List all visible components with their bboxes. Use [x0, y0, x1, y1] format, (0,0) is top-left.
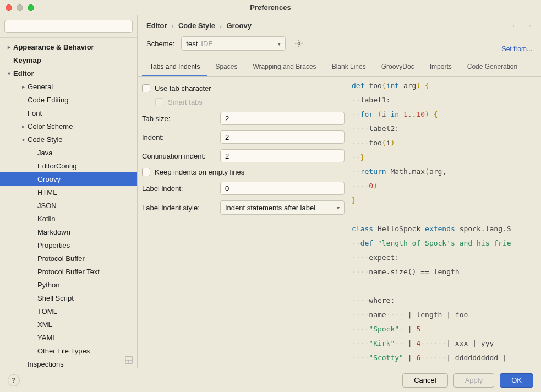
cancel-button[interactable]: Cancel: [402, 373, 447, 388]
window-title: Preferences: [0, 3, 541, 12]
sidebar-item-label: YAML: [37, 334, 56, 342]
sidebar-item[interactable]: ▸Appearance & Behavior: [0, 40, 137, 53]
tree-settings-icon[interactable]: [125, 356, 133, 366]
breadcrumb-item[interactable]: Code Style: [178, 21, 215, 30]
scheme-value: test: [186, 40, 198, 48]
sidebar-item-label: Java: [37, 149, 52, 157]
nav-back-icon[interactable]: ←: [511, 21, 518, 30]
continuation-indent-label: Continuation indent:: [142, 152, 215, 160]
help-button[interactable]: ?: [8, 374, 20, 386]
sidebar-item-label: General: [28, 83, 53, 91]
breadcrumb-item[interactable]: Editor: [146, 21, 167, 30]
sidebar-item[interactable]: EditorConfig: [0, 159, 137, 172]
keep-indents-label: Keep indents on empty lines: [155, 168, 244, 176]
sidebar-item[interactable]: Keymap: [0, 53, 137, 67]
sidebar-item-label: XML: [37, 320, 52, 329]
sidebar-item[interactable]: Code Editing: [0, 93, 137, 106]
breadcrumb: Editor › Code Style › Groovy ← →: [138, 15, 541, 35]
sidebar-item-label: Keymap: [13, 56, 41, 64]
sidebar-item-label: EditorConfig: [37, 162, 77, 170]
tab[interactable]: Imports: [422, 58, 460, 76]
scheme-label: Scheme:: [146, 40, 174, 48]
smart-tabs-label: Smart tabs: [168, 98, 203, 106]
sidebar-item-label: Markdown: [37, 228, 70, 236]
sidebar-item-label: HTML: [37, 188, 57, 197]
continuation-indent-input[interactable]: [220, 149, 345, 162]
sidebar-item-label: Code Style: [28, 135, 63, 144]
sidebar-item[interactable]: Font: [0, 106, 137, 119]
sidebar-item[interactable]: ▾Code Style: [0, 133, 137, 146]
chevron-down-icon: ▾: [19, 137, 28, 143]
sidebar-item[interactable]: YAML: [0, 331, 137, 344]
scheme-badge: IDE: [201, 40, 213, 48]
chevron-down-icon: ▾: [337, 205, 340, 211]
sidebar-item-label: Inspections: [28, 360, 64, 368]
tab-size-label: Tab size:: [142, 115, 215, 123]
sidebar-item[interactable]: Other File Types: [0, 344, 137, 357]
sidebar-item[interactable]: Python: [0, 278, 137, 291]
use-tab-label: Use tab character: [155, 84, 211, 92]
sidebar-item[interactable]: Protocol Buffer Text: [0, 265, 137, 278]
sidebar-item[interactable]: Groovy: [0, 172, 137, 186]
code-preview: def foo(int arg) { ··label1: ··for (i in…: [349, 77, 541, 368]
chevron-right-icon: ▸: [19, 123, 28, 129]
sidebar-item[interactable]: HTML: [0, 186, 137, 199]
scheme-gear-button[interactable]: [292, 37, 305, 50]
sidebar-item-label: Editor: [13, 69, 34, 78]
settings-tree[interactable]: ▸Appearance & BehaviorKeymap▾Editor▸Gene…: [0, 38, 137, 368]
sidebar-item-label: Color Scheme: [28, 122, 73, 130]
apply-button[interactable]: Apply: [453, 373, 495, 388]
ok-button[interactable]: OK: [500, 373, 533, 388]
sidebar-item[interactable]: Java: [0, 146, 137, 159]
sidebar-item[interactable]: XML: [0, 318, 137, 331]
scheme-select[interactable]: test IDE ▾: [181, 36, 286, 51]
tab[interactable]: Code Generation: [460, 58, 525, 76]
sidebar-item-label: Code Editing: [28, 96, 68, 104]
sidebar-item-label: Python: [37, 281, 59, 289]
sidebar-item[interactable]: Shell Script: [0, 291, 137, 304]
nav-forward-icon[interactable]: →: [525, 21, 532, 30]
tab[interactable]: Blank Lines: [324, 58, 374, 76]
checkbox-icon[interactable]: [142, 168, 150, 176]
label-indent-style-select[interactable]: Indent statements after label ▾: [220, 200, 345, 215]
keep-indents-checkbox-row[interactable]: Keep indents on empty lines: [142, 168, 345, 176]
sidebar-item-label: TOML: [37, 307, 57, 315]
tab[interactable]: GroovyDoc: [374, 58, 422, 76]
set-from-link[interactable]: Set from...: [502, 45, 541, 53]
chevron-down-icon: ▾: [4, 70, 13, 77]
sidebar-item[interactable]: Kotlin: [0, 212, 137, 225]
sidebar-item-label: Kotlin: [37, 215, 56, 223]
tab[interactable]: Wrapping and Braces: [245, 58, 324, 76]
sidebar-item-label: Properties: [37, 241, 70, 249]
sidebar-item[interactable]: Protocol Buffer: [0, 252, 137, 265]
settings-form: Use tab character Smart tabs Tab size: I…: [138, 77, 349, 368]
dialog-footer: ? Cancel Apply OK: [0, 368, 541, 392]
sidebar-item[interactable]: TOML: [0, 304, 137, 318]
sidebar-item[interactable]: Inspections: [0, 357, 137, 368]
sidebar-item[interactable]: Properties: [0, 238, 137, 252]
sidebar-item[interactable]: ▸Color Scheme: [0, 119, 137, 133]
svg-point-5: [298, 42, 300, 45]
chevron-down-icon: ▾: [278, 41, 281, 47]
tab-bar: Tabs and IndentsSpacesWrapping and Brace…: [138, 58, 541, 77]
sidebar-item[interactable]: Markdown: [0, 225, 137, 238]
sidebar-item-label: Groovy: [37, 175, 61, 183]
tab[interactable]: Tabs and Indents: [142, 58, 207, 76]
search-input[interactable]: [4, 20, 133, 33]
sidebar-item[interactable]: ▸General: [0, 80, 137, 93]
sidebar-item-label: JSON: [37, 202, 57, 210]
tab[interactable]: Spaces: [207, 58, 245, 76]
tab-size-input[interactable]: [220, 112, 345, 125]
checkbox-icon[interactable]: [142, 84, 150, 92]
select-value: Indent statements after label: [225, 204, 315, 212]
label-indent-style-label: Label indent style:: [142, 204, 215, 212]
sidebar-item[interactable]: JSON: [0, 199, 137, 212]
use-tab-checkbox-row[interactable]: Use tab character: [142, 84, 345, 92]
label-indent-input[interactable]: [220, 182, 345, 195]
sidebar-item[interactable]: ▾Editor: [0, 67, 137, 80]
sidebar: ▸Appearance & BehaviorKeymap▾Editor▸Gene…: [0, 15, 138, 368]
sidebar-item-label: Protocol Buffer: [37, 254, 85, 263]
breadcrumb-item: Groovy: [226, 21, 252, 30]
sidebar-item-label: Shell Script: [37, 294, 74, 302]
indent-input[interactable]: [220, 130, 345, 144]
